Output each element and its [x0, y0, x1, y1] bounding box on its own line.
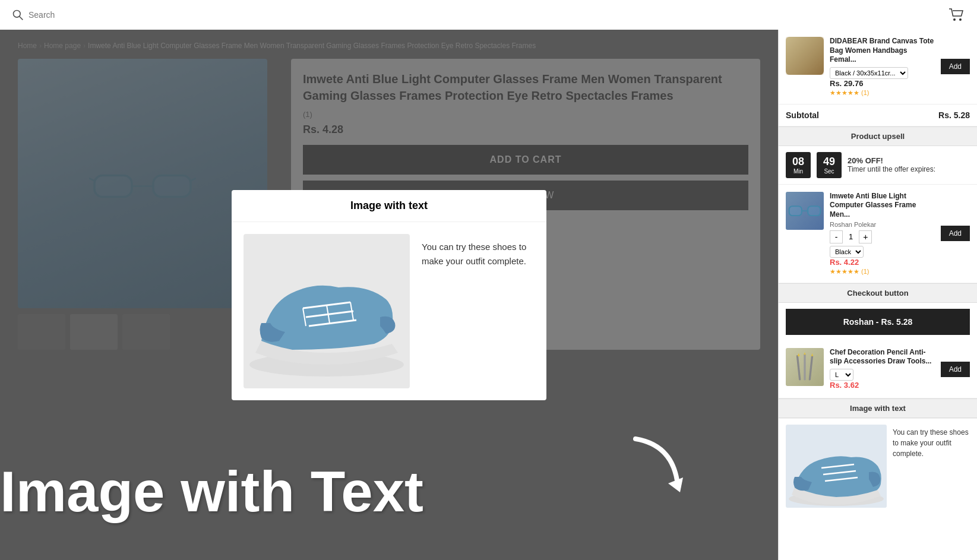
upsell-glasses-seller: Roshan Polekar [830, 221, 935, 228]
cart-icon[interactable] [948, 8, 965, 21]
svg-marker-27 [798, 353, 800, 356]
checkout-button[interactable]: Roshan - Rs. 5.28 [786, 309, 970, 335]
qty-value: 1 [846, 232, 855, 241]
timer-seconds-box: 49 Sec [817, 152, 842, 178]
timer-min-label: Min [792, 168, 805, 175]
sidebar-image-with-text: You can try these shoes to make your out… [779, 418, 977, 514]
upsell-glasses-add-button[interactable]: Add [941, 226, 970, 241]
iwt-description: You can try these shoes to make your out… [893, 425, 970, 508]
modal-content: You can try these shoes to make your out… [232, 222, 546, 400]
pencil-tools-price: Rs. 3.62 [830, 381, 935, 390]
modal-overlay[interactable]: Image with text [0, 30, 778, 560]
checkout-button-header: Checkout button [779, 283, 977, 303]
upsell-glasses-name: Imwete Anti Blue Light Computer Glasses … [830, 192, 935, 220]
pencil-tools-name: Chef Decoration Pencil Anti-slip Accesso… [830, 348, 935, 366]
pencil-tools-image [786, 348, 824, 386]
svg-line-24 [798, 356, 800, 379]
header [0, 0, 977, 30]
svg-point-0 [14, 11, 21, 18]
modal-title: Image with text [232, 190, 546, 222]
svg-point-2 [953, 18, 956, 21]
search-input[interactable] [29, 10, 132, 20]
modal-shoe-image [244, 234, 410, 388]
svg-point-3 [959, 18, 962, 21]
upsell-qty-row: - 1 + [830, 230, 935, 243]
tote-bag-stars: ★★★★★ (1) [830, 89, 935, 97]
tote-bag-image [786, 37, 824, 75]
modal-box: Image with text [232, 190, 546, 400]
pencil-tools-info: Chef Decoration Pencil Anti-slip Accesso… [830, 348, 935, 391]
timer-seconds: 49 [823, 156, 836, 168]
subtotal-value: Rs. 5.28 [938, 110, 970, 120]
upsell-glasses-item: Imwete Anti Blue Light Computer Glasses … [779, 185, 977, 283]
timer-sec-label: Sec [823, 168, 836, 175]
tote-bag-price: Rs. 29.76 [830, 79, 935, 88]
iwt-shoe-image [786, 425, 887, 508]
glasses-mini-svg [788, 203, 821, 219]
timer-description: Timer until the offer expires: [848, 165, 935, 173]
sidebar-shoe-svg [786, 425, 887, 508]
tote-bag-name: DIDABEAR Brand Canvas Tote Bag Women Han… [830, 37, 935, 65]
shoe-svg [244, 234, 410, 388]
timer-text: 20% OFF! Timer until the offer expires: [848, 156, 935, 173]
timer-minutes: 08 [792, 156, 805, 168]
svg-rect-23 [808, 207, 820, 215]
right-sidebar: DIDABEAR Brand Canvas Tote Bag Women Han… [778, 30, 977, 560]
modal-description: You can try these shoes to make your out… [422, 234, 535, 268]
pencil-tools-item: Chef Decoration Pencil Anti-slip Accesso… [779, 341, 977, 398]
tote-bag-info: DIDABEAR Brand Canvas Tote Bag Women Han… [830, 37, 935, 97]
tote-bag-variant-select[interactable]: Black / 30x35x11cr... [830, 67, 908, 79]
upsell-glasses-price: Rs. 4.22 [830, 258, 935, 267]
upsell-glasses-stars: ★★★★★ (1) [830, 268, 935, 276]
timer-section: 08 Min 49 Sec 20% OFF! Timer until the o… [779, 146, 977, 185]
svg-line-1 [20, 17, 23, 20]
pencil-tools-add-button[interactable]: Add [941, 362, 970, 377]
upsell-glasses-info: Imwete Anti Blue Light Computer Glasses … [830, 192, 935, 276]
svg-line-26 [810, 356, 812, 379]
iwt-layout: You can try these shoes to make your out… [786, 425, 970, 508]
subtotal-label: Subtotal [786, 110, 819, 120]
qty-increase-button[interactable]: + [859, 230, 872, 243]
cart-item-tote-bag: DIDABEAR Brand Canvas Tote Bag Women Han… [779, 30, 977, 105]
svg-rect-22 [790, 207, 801, 215]
subtotal-row: Subtotal Rs. 5.28 [779, 105, 977, 126]
search-container [12, 9, 132, 21]
main-area: Home › Home page › Imwete Anti Blue Ligh… [0, 30, 977, 560]
pencil-variant-select[interactable]: L M S [830, 369, 853, 381]
search-icon [12, 9, 24, 21]
svg-marker-28 [804, 352, 805, 355]
tools-svg [790, 352, 820, 382]
tote-bag-add-button[interactable]: Add [941, 59, 970, 74]
qty-decrease-button[interactable]: - [830, 230, 843, 243]
image-with-text-header: Image with text [779, 398, 977, 418]
svg-marker-29 [811, 353, 813, 356]
upsell-color-select[interactable]: Black Clear Blue [830, 246, 864, 258]
timer-minutes-box: 08 Min [786, 152, 811, 178]
product-upsell-header: Product upsell [779, 126, 977, 146]
discount-text: 20% OFF! [848, 156, 935, 165]
product-area: Home › Home page › Imwete Anti Blue Ligh… [0, 30, 778, 560]
upsell-glasses-image [786, 192, 824, 230]
